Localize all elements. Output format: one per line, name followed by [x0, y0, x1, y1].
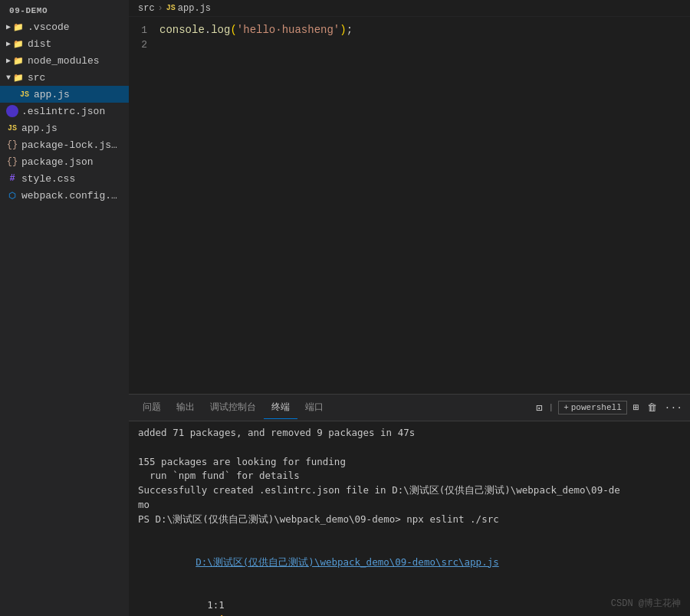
caret-icon: ▼: [6, 74, 11, 82]
code-line-2: 2: [129, 38, 690, 52]
line-content-2: [159, 38, 690, 52]
webpack-icon: ⬡: [6, 189, 18, 202]
caret-icon: ▶: [6, 56, 11, 65]
sidebar-item-package-json[interactable]: {} package.json: [0, 153, 129, 170]
eslint-icon: [6, 105, 18, 117]
sidebar-label-app-js: app.js: [21, 123, 58, 134]
sidebar-item-eslintrc[interactable]: .eslintrc.json: [0, 103, 129, 120]
folder-icon: 📁: [12, 38, 25, 50]
sidebar-label-package-json: package.json: [21, 156, 94, 168]
separator: |: [549, 403, 554, 412]
term-line-added: added 71 packages, and removed 9 package…: [138, 426, 681, 441]
code-editor[interactable]: 1 console.log('hello·huasheng'); 2: [129, 17, 690, 394]
editor-area: src › JS app.js 1 console.log('hello·hua…: [129, 0, 690, 616]
term-line-created: Successfully created .eslintrc.json file…: [138, 483, 681, 513]
sidebar-item-src[interactable]: ▼ 📁 src: [0, 69, 129, 86]
term-line-funding2: run `npm fund` for details: [138, 469, 681, 483]
term-line-warning: 1:1 warning Unexpected console statement…: [138, 584, 681, 616]
line-number-1: 1: [129, 23, 159, 38]
watermark: CSDN @博主花神: [611, 597, 681, 610]
sidebar-label-vscode: .vscode: [28, 21, 70, 33]
term-line-prompt1: PS D:\测试区(仅供自己测试)\webpack_demo\09-demo> …: [138, 513, 681, 527]
folder-icon: 📁: [12, 71, 25, 84]
powershell-label: powershell: [571, 403, 622, 412]
sidebar-root-label: 09-DEMO: [0, 0, 129, 18]
js-icon: JS: [6, 122, 18, 134]
sidebar-item-style-css[interactable]: # style.css: [0, 170, 129, 187]
tab-port[interactable]: 端口: [297, 396, 331, 419]
breadcrumb-js-icon: JS: [166, 4, 176, 12]
sidebar-label-package-lock: package-lock.json: [21, 139, 123, 151]
folder-icon: 📁: [12, 21, 25, 33]
tab-output[interactable]: 输出: [169, 396, 202, 419]
breadcrumb-filename: app.js: [178, 3, 211, 14]
powershell-button[interactable]: + powershell: [558, 401, 627, 414]
sidebar-item-webpack-config[interactable]: ⬡ webpack.config.js: [0, 187, 129, 204]
sidebar-label-webpack-config: webpack.config.js: [21, 190, 123, 202]
sidebar-item-package-lock[interactable]: {} package-lock.json: [0, 136, 129, 153]
trash-icon[interactable]: 🗑: [646, 401, 659, 415]
sidebar-item-node-modules[interactable]: ▶ 📁 node_modules: [0, 52, 129, 69]
tab-problems[interactable]: 问题: [135, 396, 169, 419]
breadcrumb: src › JS app.js: [129, 0, 690, 17]
warning-position: 1:1: [196, 599, 242, 611]
breadcrumb-sep: ›: [158, 3, 163, 14]
term-line-error-link: D:\测试区(仅供自己测试)\webpack_demo\09-demo\src\…: [138, 541, 681, 584]
sidebar-label-app-js-src: app.js: [34, 89, 70, 100]
caret-icon: ▶: [6, 22, 11, 31]
terminal-content[interactable]: added 71 packages, and removed 9 package…: [129, 421, 690, 616]
json-icon: {}: [6, 139, 18, 151]
sidebar-label-node-modules: node_modules: [28, 55, 100, 67]
sidebar-item-app-js-src[interactable]: JS app.js: [0, 86, 129, 103]
css-icon: #: [6, 172, 18, 185]
json-icon: {}: [6, 156, 18, 168]
panel-actions: ⊡ | + powershell ⊞ 🗑 ···: [534, 400, 684, 416]
layout-icon[interactable]: ⊞: [632, 400, 641, 415]
line-number-2: 2: [129, 38, 159, 52]
line-content-1: console.log('hello·huasheng');: [159, 23, 690, 38]
sidebar: 09-DEMO ▶ 📁 .vscode ▶ 📁 dist ▶ 📁 node_mo…: [0, 0, 129, 616]
term-line-empty1: [138, 441, 681, 455]
term-line-funding: 155 packages are looking for funding: [138, 455, 681, 470]
sidebar-item-vscode[interactable]: ▶ 📁 .vscode: [0, 18, 129, 35]
js-icon: JS: [18, 88, 31, 100]
plus-icon: +: [564, 403, 569, 412]
main-layout: 09-DEMO ▶ 📁 .vscode ▶ 📁 dist ▶ 📁 node_mo…: [0, 0, 690, 616]
sidebar-label-dist: dist: [28, 38, 51, 50]
sidebar-label-style-css: style.css: [21, 173, 75, 185]
more-actions-icon[interactable]: ···: [663, 401, 684, 415]
tab-debug-console[interactable]: 调试控制台: [202, 396, 264, 419]
error-file-link[interactable]: D:\测试区(仅供自己测试)\webpack_demo\09-demo\src\…: [196, 556, 498, 568]
sidebar-label-src: src: [28, 72, 45, 84]
split-terminal-icon[interactable]: ⊡: [534, 400, 544, 416]
caret-icon: ▶: [6, 39, 11, 48]
code-line-1: 1 console.log('hello·huasheng');: [129, 23, 690, 38]
panel-tabs: 问题 输出 调试控制台 终端 端口 ⊡ | +: [129, 395, 690, 421]
sidebar-label-eslintrc: .eslintrc.json: [21, 106, 105, 117]
folder-icon: 📁: [12, 54, 25, 67]
sidebar-item-app-js[interactable]: JS app.js: [0, 120, 129, 136]
sidebar-item-dist[interactable]: ▶ 📁 dist: [0, 35, 129, 52]
breadcrumb-src: src: [138, 3, 155, 14]
terminal-panel: 问题 输出 调试控制台 终端 端口 ⊡ | +: [129, 394, 690, 616]
term-line-empty2: [138, 526, 681, 541]
tab-terminal[interactable]: 终端: [264, 396, 297, 419]
